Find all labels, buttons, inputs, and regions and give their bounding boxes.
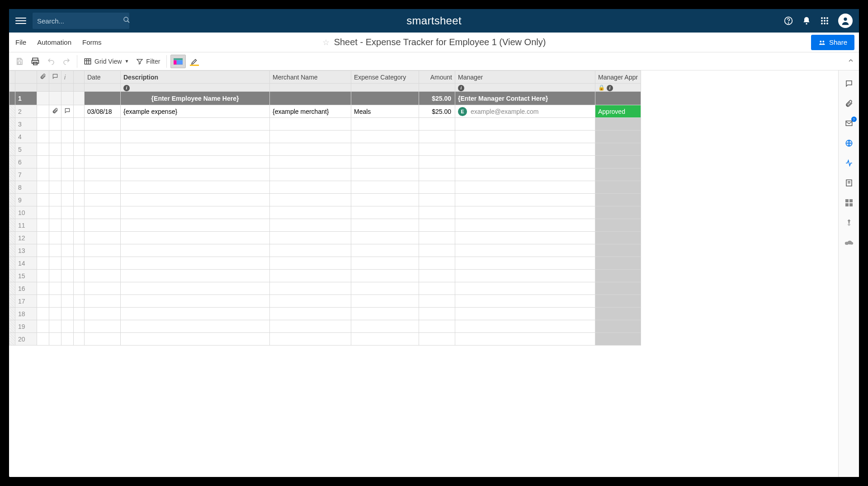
svg-rect-22 bbox=[85, 59, 91, 64]
table-row[interactable]: 18 bbox=[9, 308, 641, 320]
save-icon[interactable] bbox=[13, 55, 26, 68]
toolbar: Grid View ▼ Filter bbox=[9, 52, 859, 70]
row-attachment-icon[interactable] bbox=[49, 105, 61, 118]
svg-line-1 bbox=[127, 21, 129, 23]
brandfolder-icon[interactable] bbox=[844, 198, 854, 208]
favorite-star-icon[interactable]: ☆ bbox=[322, 37, 330, 47]
svg-point-14 bbox=[844, 18, 847, 21]
svg-point-8 bbox=[821, 20, 823, 22]
col-description[interactable]: Description bbox=[121, 71, 270, 84]
table-row[interactable]: 20 bbox=[9, 333, 641, 346]
search-input[interactable] bbox=[37, 17, 123, 25]
share-button-label: Share bbox=[829, 38, 847, 46]
svg-point-41 bbox=[850, 242, 853, 245]
expand-toolbar-icon[interactable] bbox=[847, 57, 854, 65]
filter-button-label: Filter bbox=[146, 58, 160, 65]
share-button[interactable]: Share bbox=[811, 35, 854, 50]
column-header-row: i Date Description Merchant Name Expense… bbox=[9, 71, 641, 84]
table-row[interactable]: 19 bbox=[9, 320, 641, 333]
undo-icon[interactable] bbox=[44, 55, 58, 68]
notifications-icon[interactable] bbox=[802, 16, 811, 25]
activity-log-icon[interactable] bbox=[844, 158, 854, 168]
table-row[interactable]: 4 bbox=[9, 131, 641, 143]
table-row[interactable]: 16 bbox=[9, 282, 641, 295]
salesforce-icon[interactable] bbox=[844, 238, 854, 248]
svg-point-0 bbox=[124, 17, 128, 21]
right-rail: ? bbox=[838, 70, 859, 477]
svg-rect-18 bbox=[18, 61, 21, 64]
col-amount[interactable]: Amount bbox=[419, 71, 455, 84]
column-info-row: i i 🔒i bbox=[9, 84, 641, 92]
summary-icon[interactable] bbox=[844, 178, 854, 188]
conditional-format-icon[interactable] bbox=[170, 55, 186, 68]
col-merchant[interactable]: Merchant Name bbox=[270, 71, 351, 84]
search-box[interactable] bbox=[33, 13, 129, 29]
highlight-icon[interactable] bbox=[188, 55, 201, 68]
svg-point-3 bbox=[788, 23, 788, 23]
info-icon[interactable]: i bbox=[458, 85, 464, 91]
table-row[interactable]: 11 bbox=[9, 219, 641, 232]
table-row[interactable]: 14 bbox=[9, 257, 641, 270]
table-row[interactable]: 9 bbox=[9, 194, 641, 206]
table-row[interactable]: 15 bbox=[9, 270, 641, 282]
publish-icon[interactable] bbox=[844, 138, 854, 148]
redo-icon[interactable] bbox=[60, 55, 73, 68]
table-row[interactable]: 12 bbox=[9, 232, 641, 244]
table-row[interactable]: 1{Enter Employee Name Here}$25.00{Enter … bbox=[9, 92, 641, 105]
svg-rect-17 bbox=[18, 58, 21, 60]
svg-rect-29 bbox=[177, 60, 183, 64]
menu-toggle-icon[interactable] bbox=[15, 15, 26, 26]
svg-point-5 bbox=[821, 17, 823, 19]
menu-forms[interactable]: Forms bbox=[82, 38, 102, 46]
help-icon[interactable] bbox=[784, 16, 793, 25]
table-row[interactable]: 5 bbox=[9, 143, 641, 156]
jira-icon[interactable] bbox=[844, 218, 854, 228]
update-requests-icon[interactable]: ? bbox=[844, 118, 854, 128]
sheet-title-text: Sheet - Expense Tracker for Employee 1 (… bbox=[334, 37, 546, 47]
menu-automation[interactable]: Automation bbox=[37, 38, 71, 46]
svg-point-13 bbox=[826, 23, 828, 24]
svg-point-15 bbox=[820, 41, 821, 42]
table-row[interactable]: 8 bbox=[9, 181, 641, 194]
table-row[interactable]: 10 bbox=[9, 206, 641, 219]
svg-rect-36 bbox=[849, 199, 853, 202]
menubar: File Automation Forms ☆ Sheet - Expense … bbox=[9, 33, 859, 52]
attachments-icon[interactable] bbox=[844, 98, 854, 108]
apps-icon[interactable] bbox=[820, 16, 829, 25]
conversations-icon[interactable] bbox=[844, 79, 854, 89]
sheet-title: ☆ Sheet - Expense Tracker for Employee 1… bbox=[322, 37, 546, 47]
row-comment-icon[interactable] bbox=[61, 105, 74, 118]
user-avatar[interactable] bbox=[838, 14, 853, 28]
table-row[interactable]: 7 bbox=[9, 168, 641, 181]
comments-column-icon[interactable] bbox=[49, 71, 61, 84]
svg-point-6 bbox=[824, 17, 826, 19]
table-row[interactable]: 6 bbox=[9, 156, 641, 168]
spreadsheet-grid[interactable]: i Date Description Merchant Name Expense… bbox=[9, 70, 838, 477]
col-category[interactable]: Expense Category bbox=[351, 71, 419, 84]
view-switcher[interactable]: Grid View ▼ bbox=[81, 55, 132, 68]
table-row[interactable]: 203/08/18{example expense}{example merch… bbox=[9, 105, 641, 118]
table-row[interactable]: 17 bbox=[9, 295, 641, 308]
col-manager[interactable]: Manager bbox=[455, 71, 595, 84]
svg-point-11 bbox=[821, 23, 823, 24]
table-row[interactable]: 13 bbox=[9, 244, 641, 257]
lock-icon: 🔒 bbox=[598, 84, 605, 91]
svg-rect-38 bbox=[849, 203, 853, 206]
svg-point-4 bbox=[806, 23, 807, 24]
info-icon[interactable]: i bbox=[123, 85, 130, 91]
table-row[interactable]: 3 bbox=[9, 118, 641, 131]
svg-point-16 bbox=[822, 41, 824, 42]
col-date[interactable]: Date bbox=[85, 71, 121, 84]
print-icon[interactable] bbox=[28, 55, 42, 68]
svg-point-9 bbox=[824, 20, 826, 22]
menu-file[interactable]: File bbox=[15, 38, 26, 46]
filter-button[interactable]: Filter bbox=[133, 55, 163, 68]
svg-point-12 bbox=[824, 23, 826, 24]
svg-rect-28 bbox=[174, 60, 177, 64]
search-icon[interactable] bbox=[123, 16, 130, 25]
attachments-column-icon[interactable] bbox=[37, 71, 49, 84]
col-approval[interactable]: Manager Appr bbox=[595, 71, 641, 84]
row-action-column-icon[interactable]: i bbox=[61, 71, 74, 84]
svg-point-7 bbox=[826, 17, 828, 19]
info-icon[interactable]: i bbox=[607, 85, 613, 91]
